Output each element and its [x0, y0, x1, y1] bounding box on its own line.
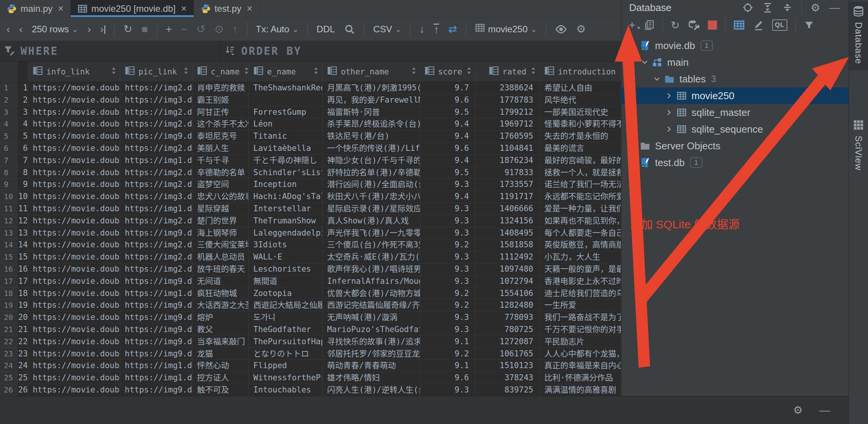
row-number[interactable]: 1 [0, 82, 18, 94]
cell-c_name[interactable]: 忠犬八公的故事 [192, 191, 249, 203]
chevron-down-icon[interactable] [651, 75, 663, 83]
cell-rated[interactable]: 1554106 [475, 288, 540, 300]
cell-rated[interactable]: 1406666 [475, 203, 540, 215]
row-number[interactable]: 26 [0, 384, 18, 396]
cell-score[interactable]: 9.4 [420, 130, 475, 142]
cell-c_name[interactable]: 这个杀手不太冷 [192, 118, 249, 130]
cell-info_link[interactable]: https://movie.douban… [28, 384, 120, 396]
clipped-id-cell[interactable]: 6 [18, 142, 28, 155]
cell-e_name[interactable]: Flipped [249, 360, 323, 372]
cell-e_name[interactable]: Titanic [249, 130, 323, 142]
cell-e_name[interactable]: 千と千尋の神隠し [249, 155, 323, 167]
clipped-id-cell[interactable]: 24 [18, 360, 28, 372]
cell-score[interactable]: 9.3 [420, 275, 475, 288]
row-number[interactable]: 16 [0, 263, 18, 275]
cell-introduction[interactable]: 比利·怀德满分作品 [540, 372, 621, 384]
cell-pic_link[interactable]: https://img1.dou… [120, 372, 192, 384]
edit-icon[interactable] [750, 16, 767, 34]
cell-c_name[interactable]: 楚门的世界 [192, 215, 249, 227]
cell-rated[interactable]: 1104841 [475, 142, 540, 155]
cell-pic_link[interactable]: https://img9.dou… [120, 299, 192, 312]
clipped-id-cell[interactable]: 7 [18, 155, 28, 167]
cell-score[interactable]: 9.1 [420, 360, 475, 372]
row-number[interactable]: 7 [0, 155, 18, 167]
row-number[interactable]: 4 [0, 118, 18, 130]
cell-e_name[interactable]: Hachi:ADog'sTale [249, 191, 323, 203]
chevron-right-icon[interactable] [663, 92, 675, 100]
cell-introduction[interactable]: 每个人都要走一条自己坚定了的路 [540, 227, 621, 239]
cell-other_name[interactable]: InfernalAffairs/Mougaa… [323, 275, 420, 288]
cell-pic_link[interactable]: https://img9.dou… [120, 324, 192, 336]
cell-info_link[interactable]: https://movie.douban… [28, 227, 120, 239]
cell-rated[interactable]: 1799212 [475, 106, 540, 119]
cell-introduction[interactable]: 失去的才是永恒的 [540, 130, 621, 142]
cell-score[interactable]: 9.1 [420, 336, 475, 348]
revert-icon[interactable]: ⊙ [211, 21, 227, 38]
cell-e_name[interactable]: Schindler'sList [249, 167, 323, 179]
cell-score[interactable]: 9.6 [420, 372, 475, 384]
cell-score[interactable]: 9.6 [420, 142, 475, 155]
cell-other_name[interactable]: 闪亮人生(港)/逆转人生(台) [323, 384, 420, 396]
cell-pic_link[interactable]: https://img1.dou… [120, 360, 192, 372]
cell-other_name[interactable]: 杀手莱昂/终极追杀令(台) [323, 118, 420, 130]
cell-score[interactable]: 9.2 [420, 288, 475, 300]
cell-score[interactable]: 9.2 [420, 348, 475, 360]
hide-icon[interactable]: — [816, 402, 833, 419]
page-first-icon[interactable]: ‹ [3, 21, 13, 38]
settings-icon[interactable]: ⚙ [573, 21, 589, 38]
row-number[interactable]: 20 [0, 312, 18, 324]
cell-e_name[interactable]: 3Idiots [249, 239, 323, 251]
cell-info_link[interactable]: https://movie.douban… [28, 251, 120, 263]
tool-tab-sciview[interactable]: SciView [849, 116, 868, 177]
row-number[interactable]: 5 [0, 130, 18, 142]
close-icon[interactable]: × [181, 3, 187, 14]
cell-info_link[interactable]: https://movie.douban… [28, 324, 120, 336]
settings-icon[interactable]: ⚙ [807, 0, 823, 16]
cell-info_link[interactable]: https://movie.douban… [28, 312, 120, 324]
cell-introduction[interactable]: 怪蜀黍和小萝莉不得不说的故事 [540, 118, 621, 130]
sort-icon[interactable] [466, 66, 472, 77]
cell-score[interactable]: 9.2 [420, 299, 475, 312]
cell-other_name[interactable]: 潜行凶间(港)/全面启动(台) [323, 179, 420, 191]
clipped-id-cell[interactable]: 1 [18, 82, 28, 94]
cell-e_name[interactable]: となりのトトロ [249, 348, 323, 360]
cell-info_link[interactable]: https://movie.douban… [28, 299, 120, 312]
cell-pic_link[interactable]: https://img9.dou… [120, 312, 192, 324]
row-number[interactable]: 12 [0, 215, 18, 227]
cell-pic_link[interactable]: https://img2.dou… [120, 167, 192, 179]
cell-introduction[interactable]: 如果再也不能见到你，祝你早安 [540, 215, 621, 227]
cell-info_link[interactable]: https://movie.douban… [28, 288, 120, 300]
cell-e_name[interactable]: TheGodfather [249, 324, 323, 336]
page-next-icon[interactable]: › [84, 21, 94, 38]
cell-c_name[interactable]: 霸王别姬 [192, 94, 249, 106]
cell-other_name[interactable]: 优兽大都会(港)/动物方城市(台) [323, 288, 420, 300]
column-header-e_name[interactable]: e_name [249, 62, 323, 82]
cell-introduction[interactable]: 迪士尼给我们营造的乌托邦就是 [540, 288, 621, 300]
cell-rated[interactable]: 1282480 [475, 299, 540, 312]
cell-pic_link[interactable]: https://img9.dou… [120, 384, 192, 396]
tree-item-movie-db[interactable]: movie.db1 [622, 37, 849, 54]
column-header-introduction[interactable]: introduction [540, 62, 621, 82]
row-number[interactable]: 18 [0, 288, 18, 300]
cell-info_link[interactable]: https://movie.douban… [28, 94, 120, 106]
tree-item-server-objects[interactable]: Server Objects [622, 138, 849, 154]
cell-c_name[interactable]: 阿甘正传 [192, 106, 249, 119]
cell-score[interactable]: 9.4 [420, 118, 475, 130]
clipped-id-cell[interactable]: 18 [18, 288, 28, 300]
cell-c_name[interactable]: 美丽人生 [192, 142, 249, 155]
cell-other_name[interactable]: MarioPuzo'sTheGodfather [323, 324, 420, 336]
close-icon[interactable]: × [247, 3, 253, 14]
row-number[interactable]: 25 [0, 372, 18, 384]
clipped-id-cell[interactable]: 9 [18, 179, 28, 191]
cell-info_link[interactable]: https://movie.douban… [28, 155, 120, 167]
tree-item-test-db[interactable]: test.db1 [622, 154, 849, 171]
cell-introduction[interactable]: 人人心中都有个龙猫，童年就永 [540, 348, 621, 360]
cell-other_name[interactable]: 邻居托托罗/邻家的豆豆龙 [323, 348, 420, 360]
cell-pic_link[interactable]: https://img9.dou… [120, 227, 192, 239]
cell-e_name[interactable] [249, 94, 323, 106]
clipped-id-cell[interactable]: 2 [18, 94, 28, 106]
column-header-rated[interactable]: rated [475, 62, 540, 82]
cell-c_name[interactable]: 三傻大闹宝莱坞 [192, 239, 249, 251]
cell-e_name[interactable]: TheTrumanShow [249, 215, 323, 227]
cell-score[interactable]: 9.5 [420, 106, 475, 119]
